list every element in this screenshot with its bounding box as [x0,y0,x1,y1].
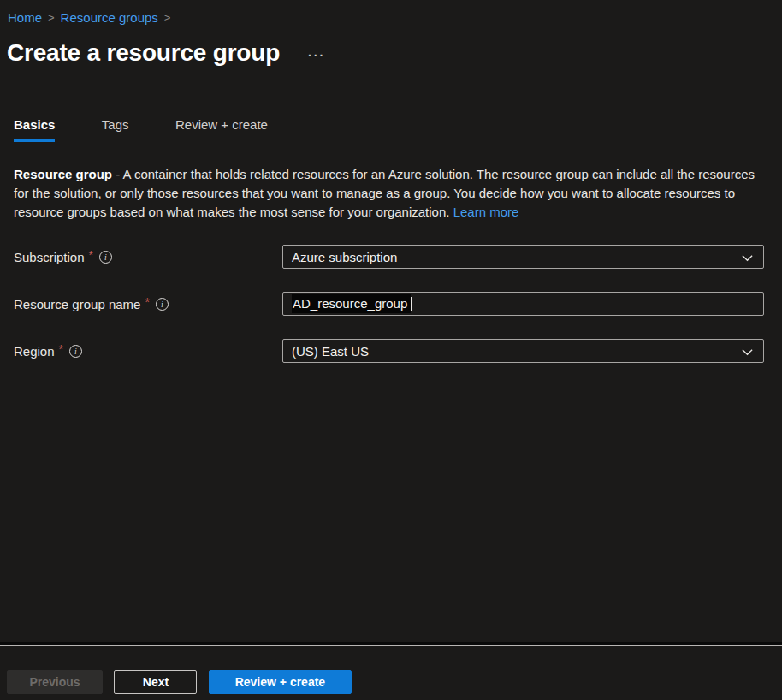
subscription-label: Subscription * i [14,250,282,264]
learn-more-link[interactable]: Learn more [453,205,519,219]
resource-group-description: Resource group - A container that holds … [14,165,764,222]
breadcrumb-resource-groups[interactable]: Resource groups [61,10,158,25]
breadcrumb-home[interactable]: Home [8,10,42,25]
subscription-label-text: Subscription [14,250,85,264]
tab-tags[interactable]: Tags [102,117,129,142]
region-label: Region * i [14,344,282,359]
chevron-down-icon [741,346,754,359]
breadcrumb-separator-icon: > [164,11,171,24]
description-lead: Resource group [14,167,112,181]
resource-group-name-label-text: Resource group name [14,297,140,311]
tab-basics[interactable]: Basics [14,117,55,142]
region-dropdown[interactable]: (US) East US [282,339,764,363]
tab-bar: Basics Tags Review + create [0,117,782,142]
footer-bar: Previous Next Review + create [0,645,782,700]
info-icon[interactable]: i [156,298,169,311]
basics-form: Subscription * i Azure subscription Reso… [0,245,782,363]
form-row-subscription: Subscription * i Azure subscription [14,245,764,269]
page-title: Create a resource group [7,40,280,66]
breadcrumb: Home>Resource groups> [0,0,782,26]
resource-group-name-label: Resource group name * i [14,297,282,311]
region-label-text: Region [14,344,55,359]
chevron-down-icon [741,252,754,264]
info-icon[interactable]: i [99,251,112,264]
subscription-dropdown[interactable]: Azure subscription [282,245,764,269]
description-body: - A container that holds related resourc… [14,167,755,219]
text-cursor [411,297,412,311]
info-icon[interactable]: i [69,345,82,358]
resource-group-name-input[interactable]: AD_resource_group [282,292,764,316]
resource-group-name-value: AD_resource_group [292,294,411,313]
form-row-region: Region * i (US) East US [14,339,764,363]
tab-review-create[interactable]: Review + create [175,117,268,142]
form-row-resource-group-name: Resource group name * i AD_resource_grou… [14,292,764,316]
subscription-dropdown-value: Azure subscription [292,250,397,264]
next-button[interactable]: Next [114,670,197,694]
context-menu-ellipsis-button[interactable]: ··· [308,49,325,62]
required-asterisk: * [145,295,149,309]
title-row: Create a resource group ··· [0,26,782,66]
previous-button[interactable]: Previous [7,670,103,694]
review-create-button[interactable]: Review + create [209,670,352,694]
region-dropdown-value: (US) East US [292,344,369,359]
required-asterisk: * [59,342,63,356]
required-asterisk: * [89,248,93,262]
breadcrumb-separator-icon: > [48,11,55,24]
